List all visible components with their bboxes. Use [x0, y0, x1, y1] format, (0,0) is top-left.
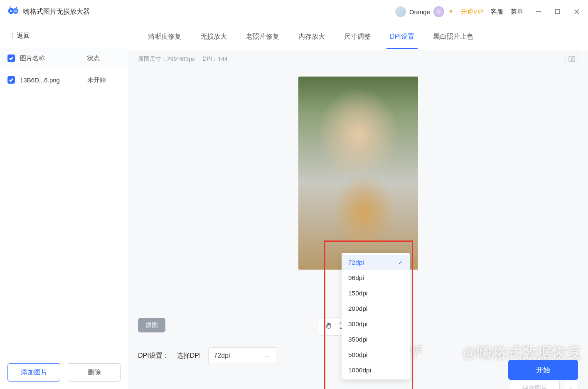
vip-link[interactable]: 开通VIP — [461, 8, 483, 16]
tab-2[interactable]: 老照片修复 — [239, 24, 287, 49]
tab-3[interactable]: 内存放大 — [291, 24, 332, 49]
user-badge-icon — [433, 6, 444, 17]
dpi-option-label: 150dpi — [348, 290, 368, 297]
app-title: 嗨格式图片无损放大器 — [23, 7, 90, 16]
dpi-settings-row: DPI设置： 选择DPI 72dpi ︿ — [138, 347, 276, 364]
preview-area: 原图 − 100% + DPI设置： 选择DPI 72dpi ︿ — [128, 68, 588, 389]
svg-rect-7 — [556, 10, 560, 14]
dpi-option[interactable]: 500dpi — [342, 347, 410, 362]
column-name: 图片名称 — [20, 55, 87, 62]
file-name: 13B6D...6.png — [20, 77, 87, 84]
dpi-label: DPI： — [202, 55, 218, 63]
titlebar: 嗨格式图片无损放大器 Orange ▼ 开通VIP 客服 菜单 — [0, 0, 588, 23]
tab-1[interactable]: 无损放大 — [193, 24, 234, 49]
back-button[interactable]: 〈 返回 — [0, 23, 128, 48]
support-link[interactable]: 客服 — [491, 8, 503, 16]
chevron-up-icon: ︿ — [264, 352, 271, 360]
check-icon: ✓ — [398, 259, 403, 266]
dpi-dropdown: 72dpi✓96dpi150dpi200dpi300dpi350dpi500dp… — [342, 253, 410, 379]
caret-down-icon: ▼ — [448, 9, 453, 15]
back-label: 返回 — [17, 32, 30, 40]
preview-image — [298, 77, 418, 270]
dpi-option[interactable]: 72dpi✓ — [342, 255, 410, 270]
dpi-select[interactable]: 72dpi ︿ — [208, 347, 276, 364]
info-row: 原图尺寸： 299*483px DPI： 144 — [128, 50, 588, 68]
save-image-button[interactable]: 保存图片 — [510, 380, 560, 389]
add-image-button[interactable]: 添加图片 — [7, 363, 60, 382]
right-panel: 清晰度修复无损放大老照片修复内存放大尺寸调整DPI设置黑白照片上色 原图尺寸： … — [128, 23, 588, 389]
dpi-settings-label: DPI设置： — [138, 352, 169, 360]
file-status: 未开始 — [87, 76, 121, 84]
menu-link[interactable]: 菜单 — [511, 8, 523, 16]
window-close-button[interactable] — [573, 8, 581, 15]
dpi-option-label: 500dpi — [348, 351, 368, 359]
file-row[interactable]: 13B6D...6.png未开始 — [0, 68, 128, 92]
dpi-option[interactable]: 150dpi — [342, 285, 410, 301]
original-badge: 原图 — [138, 318, 165, 332]
column-status: 状态 — [87, 55, 121, 62]
dpi-option[interactable]: 350dpi — [342, 332, 410, 347]
start-button[interactable]: 开始 — [508, 360, 578, 380]
file-checkbox[interactable] — [7, 76, 15, 84]
select-all-checkbox[interactable] — [7, 55, 15, 62]
file-list-header: 图片名称 状态 — [0, 48, 128, 68]
dpi-selected-value: 72dpi — [214, 352, 230, 359]
dpi-option[interactable]: 1000dpi — [342, 362, 410, 378]
left-panel: 〈 返回 图片名称 状态 13B6D...6.png未开始 添加图片 删除 — [0, 23, 128, 389]
svg-point-5 — [15, 10, 16, 12]
tab-4[interactable]: 尺寸调整 — [337, 24, 378, 49]
dpi-value: 144 — [218, 56, 227, 62]
compare-toggle-icon[interactable] — [566, 53, 578, 65]
delete-button[interactable]: 删除 — [68, 363, 121, 382]
window-maximize-button[interactable] — [554, 8, 561, 15]
chevron-left-icon: 〈 — [7, 32, 14, 40]
svg-rect-11 — [572, 57, 575, 62]
dpi-option-label: 96dpi — [348, 274, 364, 282]
dpi-option-label: 72dpi — [348, 259, 364, 266]
dpi-option-label: 350dpi — [348, 336, 368, 343]
tab-0[interactable]: 清晰度修复 — [140, 24, 189, 49]
tab-5[interactable]: DPI设置 — [382, 24, 422, 49]
size-label: 原图尺寸： — [138, 55, 167, 63]
dpi-option-label: 1000dpi — [348, 367, 371, 374]
dpi-option-label: 200dpi — [348, 305, 368, 312]
user-area[interactable]: Orange ▼ — [395, 6, 453, 17]
user-name: Orange — [409, 8, 430, 15]
dpi-option-label: 300dpi — [348, 320, 368, 328]
dpi-select-label: 选择DPI — [177, 352, 201, 360]
tab-6[interactable]: 黑白照片上色 — [426, 24, 481, 49]
pan-hand-icon[interactable] — [325, 322, 332, 331]
dpi-option[interactable]: 96dpi — [342, 270, 410, 285]
window-minimize-button[interactable] — [535, 8, 542, 15]
tabs: 清晰度修复无损放大老照片修复内存放大尺寸调整DPI设置黑白照片上色 — [128, 23, 588, 50]
size-value: 299*483px — [167, 56, 195, 62]
app-logo-icon — [7, 6, 19, 17]
user-avatar-icon — [395, 6, 406, 17]
dpi-option[interactable]: 300dpi — [342, 316, 410, 332]
more-options-button[interactable]: ⋮ — [564, 380, 578, 389]
svg-point-4 — [10, 10, 12, 12]
svg-rect-10 — [569, 57, 571, 62]
dpi-option[interactable]: 200dpi — [342, 301, 410, 316]
